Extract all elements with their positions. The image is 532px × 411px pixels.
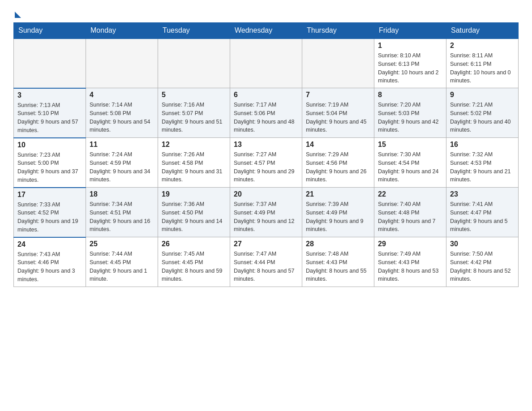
- calendar-cell-2-4: 6Sunrise: 7:17 AMSunset: 5:06 PMDaylight…: [230, 88, 302, 138]
- day-info: Sunrise: 8:10 AMSunset: 6:13 PMDaylight:…: [378, 51, 442, 85]
- day-info: Sunrise: 7:48 AMSunset: 4:43 PMDaylight:…: [306, 250, 370, 283]
- calendar-week-1: 1Sunrise: 8:10 AMSunset: 6:13 PMDaylight…: [14, 39, 519, 88]
- calendar-cell-5-2: 25Sunrise: 7:44 AMSunset: 4:45 PMDayligh…: [86, 237, 158, 287]
- calendar-cell-1-2: [86, 39, 158, 88]
- calendar-cell-2-7: 9Sunrise: 7:21 AMSunset: 5:02 PMDaylight…: [446, 88, 519, 138]
- calendar-week-2: 3Sunrise: 7:13 AMSunset: 5:10 PMDaylight…: [14, 88, 519, 138]
- calendar-cell-3-4: 13Sunrise: 7:27 AMSunset: 4:57 PMDayligh…: [230, 138, 302, 188]
- col-thursday: Thursday: [302, 23, 374, 39]
- day-info: Sunrise: 7:26 AMSunset: 4:58 PMDaylight:…: [162, 150, 226, 184]
- calendar-cell-4-4: 20Sunrise: 7:37 AMSunset: 4:49 PMDayligh…: [230, 188, 302, 237]
- day-number: 12: [162, 141, 226, 149]
- day-info: Sunrise: 7:24 AMSunset: 4:59 PMDaylight:…: [90, 150, 154, 184]
- calendar-cell-3-2: 11Sunrise: 7:24 AMSunset: 4:59 PMDayligh…: [86, 138, 158, 188]
- col-friday: Friday: [374, 23, 446, 39]
- logo: [13, 9, 21, 18]
- calendar-cell-2-5: 7Sunrise: 7:19 AMSunset: 5:04 PMDaylight…: [302, 88, 374, 138]
- calendar-cell-1-4: [230, 39, 302, 88]
- day-info: Sunrise: 7:20 AMSunset: 5:03 PMDaylight:…: [378, 101, 442, 134]
- day-number: 6: [234, 91, 298, 99]
- day-number: 29: [378, 240, 442, 248]
- calendar-cell-3-7: 16Sunrise: 7:32 AMSunset: 4:53 PMDayligh…: [446, 138, 519, 188]
- day-number: 2: [450, 42, 515, 50]
- calendar-cell-4-6: 22Sunrise: 7:40 AMSunset: 4:48 PMDayligh…: [374, 188, 446, 237]
- day-info: Sunrise: 7:32 AMSunset: 4:53 PMDaylight:…: [450, 150, 515, 184]
- calendar-week-3: 10Sunrise: 7:23 AMSunset: 5:00 PMDayligh…: [14, 138, 519, 188]
- calendar-cell-1-1: [14, 39, 86, 88]
- day-info: Sunrise: 7:36 AMSunset: 4:50 PMDaylight:…: [162, 200, 226, 234]
- day-info: Sunrise: 7:39 AMSunset: 4:49 PMDaylight:…: [306, 200, 370, 234]
- day-number: 30: [450, 240, 515, 248]
- day-info: Sunrise: 8:11 AMSunset: 6:11 PMDaylight:…: [450, 51, 515, 85]
- calendar-table: Sunday Monday Tuesday Wednesday Thursday…: [13, 22, 519, 287]
- calendar-cell-3-5: 14Sunrise: 7:29 AMSunset: 4:56 PMDayligh…: [302, 138, 374, 188]
- calendar-cell-5-6: 29Sunrise: 7:49 AMSunset: 4:43 PMDayligh…: [374, 237, 446, 287]
- day-info: Sunrise: 7:47 AMSunset: 4:44 PMDaylight:…: [234, 250, 298, 283]
- day-number: 16: [450, 141, 515, 149]
- page-header: [13, 9, 519, 18]
- day-info: Sunrise: 7:19 AMSunset: 5:04 PMDaylight:…: [306, 101, 370, 134]
- day-number: 28: [306, 240, 370, 248]
- day-number: 11: [90, 141, 154, 149]
- calendar-cell-2-3: 5Sunrise: 7:16 AMSunset: 5:07 PMDaylight…: [158, 88, 230, 138]
- day-number: 4: [90, 91, 154, 99]
- day-number: 15: [378, 141, 442, 149]
- day-number: 9: [450, 91, 515, 99]
- col-sunday: Sunday: [14, 23, 86, 39]
- day-info: Sunrise: 7:49 AMSunset: 4:43 PMDaylight:…: [378, 250, 442, 283]
- day-number: 5: [162, 91, 226, 99]
- day-number: 7: [306, 91, 370, 99]
- day-number: 1: [378, 42, 442, 50]
- day-info: Sunrise: 7:16 AMSunset: 5:07 PMDaylight:…: [162, 101, 226, 134]
- calendar-cell-2-1: 3Sunrise: 7:13 AMSunset: 5:10 PMDaylight…: [14, 88, 86, 138]
- calendar-header-row: Sunday Monday Tuesday Wednesday Thursday…: [14, 23, 519, 39]
- calendar-cell-1-5: [302, 39, 374, 88]
- day-info: Sunrise: 7:17 AMSunset: 5:06 PMDaylight:…: [234, 101, 298, 134]
- day-info: Sunrise: 7:23 AMSunset: 5:00 PMDaylight:…: [17, 151, 82, 184]
- calendar-cell-5-3: 26Sunrise: 7:45 AMSunset: 4:45 PMDayligh…: [158, 237, 230, 287]
- calendar-cell-5-1: 24Sunrise: 7:43 AMSunset: 4:46 PMDayligh…: [14, 237, 86, 287]
- day-info: Sunrise: 7:14 AMSunset: 5:08 PMDaylight:…: [90, 101, 154, 134]
- day-info: Sunrise: 7:41 AMSunset: 4:47 PMDaylight:…: [450, 200, 515, 234]
- calendar-week-5: 24Sunrise: 7:43 AMSunset: 4:46 PMDayligh…: [14, 237, 519, 287]
- calendar-cell-1-6: 1Sunrise: 8:10 AMSunset: 6:13 PMDaylight…: [374, 39, 446, 88]
- day-info: Sunrise: 7:40 AMSunset: 4:48 PMDaylight:…: [378, 200, 442, 234]
- calendar-cell-4-3: 19Sunrise: 7:36 AMSunset: 4:50 PMDayligh…: [158, 188, 230, 237]
- calendar-cell-4-1: 17Sunrise: 7:33 AMSunset: 4:52 PMDayligh…: [14, 188, 86, 237]
- calendar-cell-5-5: 28Sunrise: 7:48 AMSunset: 4:43 PMDayligh…: [302, 237, 374, 287]
- day-info: Sunrise: 7:27 AMSunset: 4:57 PMDaylight:…: [234, 150, 298, 184]
- day-number: 10: [17, 141, 82, 149]
- day-info: Sunrise: 7:33 AMSunset: 4:52 PMDaylight:…: [17, 201, 82, 234]
- day-info: Sunrise: 7:34 AMSunset: 4:51 PMDaylight:…: [90, 200, 154, 234]
- day-info: Sunrise: 7:30 AMSunset: 4:54 PMDaylight:…: [378, 150, 442, 184]
- day-number: 14: [306, 141, 370, 149]
- calendar-cell-2-6: 8Sunrise: 7:20 AMSunset: 5:03 PMDaylight…: [374, 88, 446, 138]
- calendar-week-4: 17Sunrise: 7:33 AMSunset: 4:52 PMDayligh…: [14, 188, 519, 237]
- calendar-cell-1-7: 2Sunrise: 8:11 AMSunset: 6:11 PMDaylight…: [446, 39, 519, 88]
- calendar-cell-5-7: 30Sunrise: 7:50 AMSunset: 4:42 PMDayligh…: [446, 237, 519, 287]
- calendar-cell-4-2: 18Sunrise: 7:34 AMSunset: 4:51 PMDayligh…: [86, 188, 158, 237]
- calendar-cell-2-2: 4Sunrise: 7:14 AMSunset: 5:08 PMDaylight…: [86, 88, 158, 138]
- col-tuesday: Tuesday: [158, 23, 230, 39]
- calendar-cell-5-4: 27Sunrise: 7:47 AMSunset: 4:44 PMDayligh…: [230, 237, 302, 287]
- day-number: 18: [90, 190, 154, 198]
- day-number: 19: [162, 190, 226, 198]
- day-info: Sunrise: 7:13 AMSunset: 5:10 PMDaylight:…: [17, 101, 82, 135]
- col-saturday: Saturday: [446, 23, 519, 39]
- col-monday: Monday: [86, 23, 158, 39]
- day-info: Sunrise: 7:29 AMSunset: 4:56 PMDaylight:…: [306, 150, 370, 184]
- calendar-cell-3-6: 15Sunrise: 7:30 AMSunset: 4:54 PMDayligh…: [374, 138, 446, 188]
- calendar-cell-4-5: 21Sunrise: 7:39 AMSunset: 4:49 PMDayligh…: [302, 188, 374, 237]
- day-number: 13: [234, 141, 298, 149]
- calendar-cell-3-1: 10Sunrise: 7:23 AMSunset: 5:00 PMDayligh…: [14, 138, 86, 188]
- day-number: 22: [378, 190, 442, 198]
- calendar-cell-1-3: [158, 39, 230, 88]
- day-info: Sunrise: 7:37 AMSunset: 4:49 PMDaylight:…: [234, 200, 298, 234]
- day-number: 8: [378, 91, 442, 99]
- day-number: 3: [17, 91, 82, 99]
- day-info: Sunrise: 7:50 AMSunset: 4:42 PMDaylight:…: [450, 250, 515, 283]
- day-number: 17: [17, 191, 82, 199]
- day-number: 24: [17, 240, 82, 248]
- calendar-cell-4-7: 23Sunrise: 7:41 AMSunset: 4:47 PMDayligh…: [446, 188, 519, 237]
- day-number: 26: [162, 240, 226, 248]
